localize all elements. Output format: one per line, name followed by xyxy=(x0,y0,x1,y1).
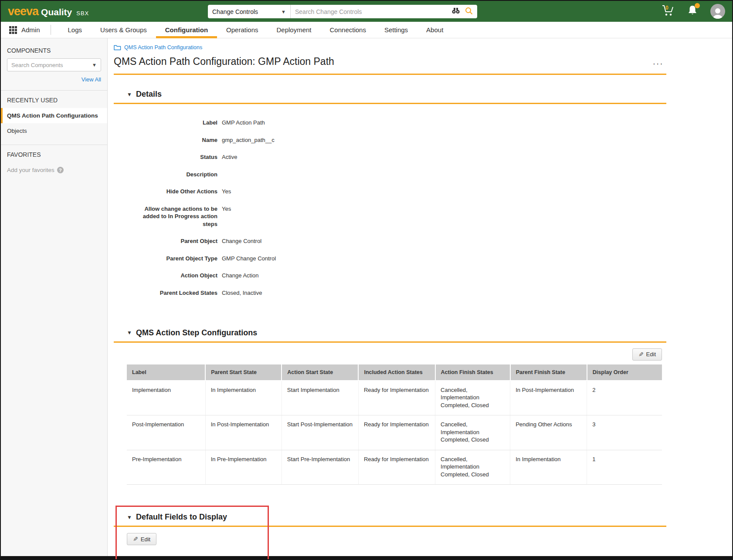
view-all-link[interactable]: View All xyxy=(81,76,101,83)
column-header-label: Label xyxy=(127,364,205,381)
detail-field-action-object: Action Object Change Action xyxy=(127,272,666,280)
chevron-down-icon: ▼ xyxy=(92,62,97,67)
detail-field-status: Status Active xyxy=(127,153,666,161)
section-divider xyxy=(114,526,666,527)
tab-connections[interactable]: Connections xyxy=(321,22,375,38)
detail-field-allow-change-actions: Allow change actions to be added to In P… xyxy=(127,205,666,228)
detail-field-description: Description xyxy=(127,171,666,179)
product-name: Quality xyxy=(41,7,72,17)
detail-field-hide-other-actions: Hide Other Actions Yes xyxy=(127,188,666,196)
admin-menu-button[interactable]: Admin xyxy=(6,22,43,38)
sidebar-item-qms-action-path-configurations[interactable]: QMS Action Path Configurations xyxy=(1,108,107,123)
breadcrumb: QMS Action Path Configurations xyxy=(114,44,666,51)
detail-field-label: Label GMP Action Path xyxy=(127,119,666,127)
notification-dot-badge xyxy=(695,3,700,8)
detail-field-parent-object-type: Parent Object Type GMP Change Control xyxy=(127,255,666,263)
tab-users-groups[interactable]: Users & Groups xyxy=(91,22,156,38)
admin-nav-bar: Admin Logs Users & Groups Configuration … xyxy=(1,22,732,38)
components-sidebar: COMPONENTS Search Components ▼ View All … xyxy=(1,38,108,559)
edit-default-fields-button[interactable]: ✎ Edit xyxy=(127,533,156,545)
tab-operations[interactable]: Operations xyxy=(217,22,267,38)
folder-icon xyxy=(114,44,121,51)
detail-field-parent-locked-states: Parent Locked States Closed, Inactive xyxy=(127,289,666,297)
edit-steps-button[interactable]: ✎ Edit xyxy=(632,348,662,361)
default-fields-section-title: Default Fields to Display xyxy=(136,513,227,522)
veeva-quality-logo[interactable]: veeva Quality SBX xyxy=(8,5,89,18)
column-header-display-order: Display Order xyxy=(587,364,662,381)
collapse-caret-icon[interactable]: ▼ xyxy=(127,514,132,520)
more-actions-button[interactable]: ... xyxy=(650,58,666,66)
nav-divider xyxy=(51,25,51,35)
table-header-row: Label Parent Start State Action Start St… xyxy=(127,364,662,381)
window-bottom-edge xyxy=(1,556,732,559)
global-search-bar: Change Controls ▼ xyxy=(208,5,477,18)
breadcrumb-link[interactable]: QMS Action Path Configurations xyxy=(124,44,202,51)
detail-field-parent-object: Parent Object Change Control xyxy=(127,237,666,245)
steps-section-title: QMS Action Step Configurations xyxy=(136,328,257,337)
table-row: Post-Implementation In Post-Implementati… xyxy=(127,415,662,450)
column-header-action-finish-states: Action Finish States xyxy=(435,364,510,381)
page-title: QMS Action Path Configuration: GMP Actio… xyxy=(114,56,334,67)
grid-icon xyxy=(9,26,17,34)
search-icon[interactable] xyxy=(465,7,473,17)
table-row: Pre-Implementation In Pre-Implementation… xyxy=(127,450,662,485)
pencil-icon: ✎ xyxy=(638,351,644,358)
section-divider xyxy=(114,341,666,343)
main-content: QMS Action Path Configurations QMS Actio… xyxy=(108,38,732,559)
recently-used-section-title: RECENTLY USED xyxy=(1,97,107,108)
notifications-button[interactable] xyxy=(687,4,698,18)
column-header-parent-start-state: Parent Start State xyxy=(205,364,282,381)
cart-button[interactable]: 0 xyxy=(661,4,675,18)
tab-logs[interactable]: Logs xyxy=(59,22,92,38)
environment-label: SBX xyxy=(76,10,89,17)
tab-settings[interactable]: Settings xyxy=(375,22,417,38)
favorites-section-title: FAVORITES xyxy=(1,151,107,162)
top-header: veeva Quality SBX Change Controls ▼ xyxy=(1,1,732,22)
user-avatar[interactable] xyxy=(710,4,725,19)
tab-about[interactable]: About xyxy=(417,22,452,38)
collapse-caret-icon[interactable]: ▼ xyxy=(127,330,132,336)
qms-action-step-configurations-section: ▼ QMS Action Step Configurations ✎ Edit xyxy=(114,328,666,485)
admin-label: Admin xyxy=(21,26,40,34)
chevron-down-icon: ▼ xyxy=(281,9,286,14)
search-scope-value: Change Controls xyxy=(212,8,258,15)
column-header-action-start-state: Action Start State xyxy=(282,364,358,381)
column-header-included-action-states: Included Action States xyxy=(358,364,435,381)
components-section-title: COMPONENTS xyxy=(1,47,107,58)
title-divider xyxy=(114,74,666,75)
detail-field-name: Name gmp_action_path__c xyxy=(127,136,666,144)
details-section-title: Details xyxy=(136,90,162,99)
tab-configuration[interactable]: Configuration xyxy=(156,22,217,38)
action-steps-table: Label Parent Start State Action Start St… xyxy=(127,364,662,485)
help-question-icon[interactable]: ? xyxy=(57,167,64,173)
pencil-icon: ✎ xyxy=(133,536,138,543)
cart-count-badge: 0 xyxy=(665,5,669,11)
search-scope-selector[interactable]: Change Controls ▼ xyxy=(208,5,291,18)
details-section: ▼ Details Label GMP Action Path Name gmp… xyxy=(114,90,666,297)
global-search-input[interactable] xyxy=(291,8,451,15)
default-fields-section: ▼ Default Fields to Display ✎ Edit Name … xyxy=(114,513,666,560)
search-components-placeholder: Search Components xyxy=(11,62,63,68)
collapse-caret-icon[interactable]: ▼ xyxy=(127,91,132,98)
sidebar-item-objects[interactable]: Objects xyxy=(1,123,107,138)
tab-deployment[interactable]: Deployment xyxy=(267,22,320,38)
search-components-dropdown[interactable]: Search Components ▼ xyxy=(7,58,101,71)
advanced-search-binoculars-icon[interactable] xyxy=(451,7,461,16)
column-header-parent-finish-state: Parent Finish State xyxy=(510,364,587,381)
table-row: Implementation In Implementation Start I… xyxy=(127,381,662,415)
veeva-logo-text: veeva xyxy=(8,5,38,18)
favorites-empty-text: Add your favorites xyxy=(7,167,54,173)
